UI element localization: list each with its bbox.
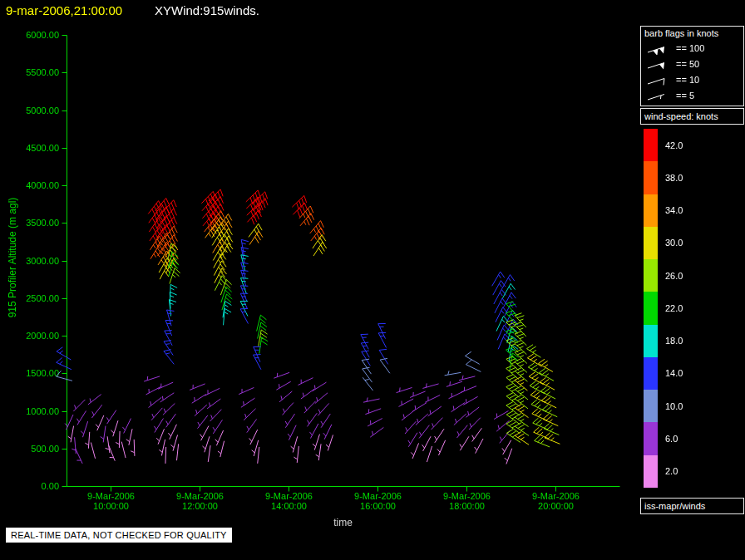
wind-profiler-display: 9-mar-2006,21:00:00 XYWind:915winds. 915… [0, 0, 745, 560]
colorbar-swatch [644, 129, 658, 161]
barb-flag-label: == 10 [676, 75, 699, 85]
colorbar-value: 42.0 [665, 140, 683, 150]
colorbar-row: 38.0 [644, 161, 683, 194]
colorbar-swatch [644, 455, 658, 488]
barb-flag-row: == 50 [644, 56, 740, 71]
colorbar-row: 22.0 [644, 292, 683, 324]
colorbar-row: 14.0 [644, 357, 683, 390]
wind-barb-plot-canvas [0, 0, 745, 560]
barb-flag-row: == 10 [644, 71, 740, 87]
colorbar-swatch [644, 292, 658, 324]
data-source-label: iss-mapr/winds [640, 498, 744, 514]
x-axis-label: time [67, 517, 619, 528]
colorbar-swatch [644, 194, 658, 227]
wind-speed-colorbar: 42.038.034.030.026.022.018.014.010.06.02… [644, 129, 683, 488]
colorbar-value: 26.0 [665, 271, 683, 281]
colorbar-swatch [644, 161, 658, 194]
colorbar-row: 6.0 [644, 422, 683, 454]
plot-title: XYWind:915winds. [155, 3, 259, 17]
colorbar-swatch [644, 422, 658, 454]
colorbar-value: 10.0 [665, 401, 683, 411]
colorbar-swatch [644, 259, 658, 292]
colorbar-row: 30.0 [644, 227, 683, 259]
colorbar-value: 30.0 [665, 238, 683, 248]
colorbar-swatch [644, 325, 658, 357]
colorbar-swatch [644, 227, 658, 259]
barb-flags-legend: barb flags in knots == 100== 50== 10== 5 [640, 26, 744, 106]
colorbar-row: 26.0 [644, 259, 683, 292]
colorbar-value: 18.0 [665, 336, 683, 346]
colorbar-value: 38.0 [665, 173, 683, 183]
barb-flags-rows: == 100== 50== 10== 5 [644, 40, 740, 103]
plot-datetime: 9-mar-2006,21:00:00 [6, 3, 122, 17]
barb-flag-row: == 100 [644, 40, 740, 56]
barb-flags-legend-title: barb flags in knots [644, 28, 740, 38]
barb-glyph-icon [644, 89, 673, 102]
barb-glyph-icon [644, 42, 673, 55]
y-axis-label: 915 Profiler Altitude (m agl) [7, 141, 18, 374]
barb-flag-label: == 5 [676, 91, 694, 101]
barb-flag-label: == 100 [676, 43, 704, 53]
quality-disclaimer: REAL-TIME DATA, NOT CHECKED FOR QUALITY [6, 528, 232, 543]
colorbar-value: 2.0 [665, 466, 678, 476]
colorbar-row: 18.0 [644, 325, 683, 357]
colorbar-row: 42.0 [644, 129, 683, 161]
colorbar-swatch [644, 357, 658, 390]
barb-flag-label: == 50 [676, 59, 699, 69]
colorbar-row: 2.0 [644, 455, 683, 488]
colorbar-value: 6.0 [665, 434, 678, 444]
colorbar-value: 34.0 [665, 205, 683, 215]
barb-glyph-icon [644, 57, 673, 71]
colorbar-row: 10.0 [644, 390, 683, 422]
barb-glyph-icon [644, 73, 673, 86]
barb-flag-row: == 5 [644, 87, 740, 103]
wind-speed-legend-title: wind-speed: knots [640, 108, 744, 125]
colorbar-value: 22.0 [665, 303, 683, 313]
colorbar-swatch [644, 390, 658, 422]
colorbar-value: 14.0 [665, 368, 683, 378]
colorbar-row: 34.0 [644, 194, 683, 227]
